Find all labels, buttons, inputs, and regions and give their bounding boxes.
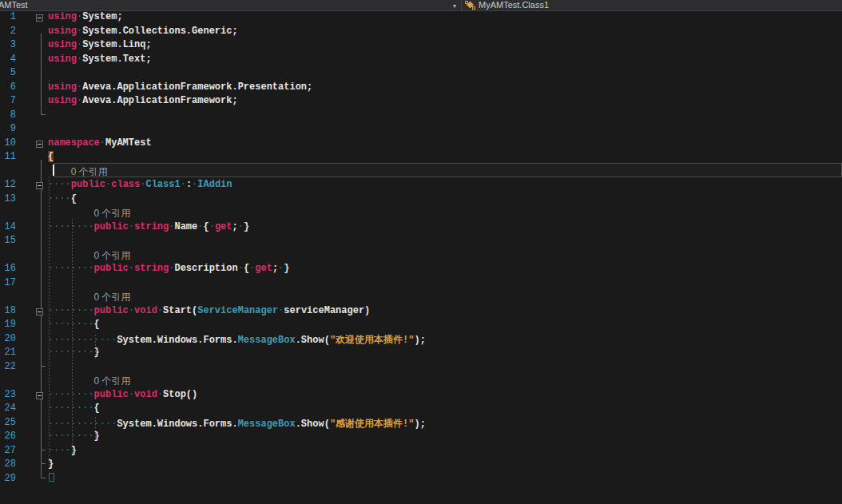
code-line-text bbox=[46, 277, 842, 292]
code-line-text: using·Aveva.ApplicationFramework; bbox=[46, 95, 842, 109]
line-number[interactable]: 9 bbox=[0, 123, 16, 137]
code-line: 18········public·void·Start(ServiceManag… bbox=[0, 305, 842, 319]
fold-margin bbox=[16, 473, 46, 487]
line-number[interactable]: 20 bbox=[0, 333, 16, 347]
fold-margin bbox=[16, 151, 46, 165]
code-line: 2using·System.Collections.Generic; bbox=[0, 26, 842, 40]
project-dropdown[interactable]: AMTest ▾ bbox=[0, 0, 461, 10]
fold-margin bbox=[16, 193, 46, 208]
fold-collapse-button[interactable] bbox=[36, 308, 43, 315]
line-number[interactable]: 1 bbox=[0, 11, 16, 26]
code-line: 17 bbox=[0, 277, 842, 292]
line-number[interactable]: 25 bbox=[0, 417, 16, 431]
fold-margin bbox=[16, 431, 46, 445]
fold-margin bbox=[16, 403, 46, 417]
fold-collapse-button[interactable] bbox=[36, 14, 43, 22]
codelens-row: 0 个引用 bbox=[0, 249, 842, 264]
line-number[interactable]: 2 bbox=[0, 26, 16, 40]
codelens-references[interactable]: 0 个引用 bbox=[46, 375, 842, 389]
fold-margin bbox=[16, 249, 46, 264]
fold-margin bbox=[16, 375, 46, 389]
code-line: 28} bbox=[0, 458, 842, 473]
fold-margin bbox=[16, 95, 46, 109]
code-line: 21········} bbox=[0, 347, 842, 361]
line-number[interactable]: 10 bbox=[0, 137, 16, 152]
fold-margin bbox=[16, 123, 46, 137]
code-line-text: ········public·void·Start(ServiceManager… bbox=[46, 305, 842, 319]
fold-margin bbox=[16, 361, 46, 375]
line-number[interactable]: 14 bbox=[0, 221, 16, 236]
line-number[interactable]: 15 bbox=[0, 235, 16, 249]
line-number[interactable]: 12 bbox=[0, 179, 16, 193]
fold-margin bbox=[16, 54, 46, 68]
line-number bbox=[0, 291, 16, 305]
chevron-down-icon[interactable]: ▾ bbox=[453, 1, 456, 11]
line-number[interactable]: 28 bbox=[0, 458, 16, 473]
code-line: 25············System.Windows.Forms.Messa… bbox=[0, 417, 842, 431]
code-line-text: using·Aveva.ApplicationFramework.Present… bbox=[46, 81, 842, 96]
code-line: 26········} bbox=[0, 431, 842, 445]
code-line: 22 bbox=[0, 361, 842, 375]
codelens-references[interactable]: 0 个引用 bbox=[46, 165, 842, 180]
code-line: 16········public·string·Description·{·ge… bbox=[0, 263, 842, 277]
fold-margin bbox=[16, 221, 46, 236]
fold-margin bbox=[16, 26, 46, 40]
line-number[interactable]: 18 bbox=[0, 305, 16, 319]
line-number[interactable]: 22 bbox=[0, 361, 16, 375]
code-line-text: ········} bbox=[46, 347, 842, 361]
line-number[interactable]: 17 bbox=[0, 277, 16, 292]
code-line-text bbox=[46, 473, 842, 487]
fold-margin bbox=[16, 11, 46, 26]
line-number[interactable]: 11 bbox=[0, 151, 16, 165]
code-line: 3using·System.Linq; bbox=[0, 39, 842, 54]
line-number[interactable]: 21 bbox=[0, 347, 16, 361]
fold-margin bbox=[16, 179, 46, 193]
code-line: 4using·System.Text; bbox=[0, 54, 842, 68]
fold-collapse-button[interactable] bbox=[36, 392, 43, 399]
editor-pane[interactable]: 1using·System;2using·System.Collections.… bbox=[0, 11, 842, 504]
fold-collapse-button[interactable] bbox=[36, 182, 43, 189]
fold-margin bbox=[16, 39, 46, 54]
line-number bbox=[0, 165, 16, 180]
member-dropdown[interactable]: MyAMTest.Class1 bbox=[462, 0, 842, 10]
code-line: 15 bbox=[0, 235, 842, 249]
code-line: 6using·Aveva.ApplicationFramework.Presen… bbox=[0, 81, 842, 96]
line-number[interactable]: 19 bbox=[0, 319, 16, 333]
fold-margin bbox=[16, 333, 46, 347]
code-line: 23········public·void·Stop() bbox=[0, 389, 842, 403]
class-icon bbox=[465, 1, 475, 10]
line-number[interactable]: 27 bbox=[0, 445, 16, 459]
code-line: 5 bbox=[0, 67, 842, 81]
code-line-text: { bbox=[46, 151, 842, 165]
code-line: 27····} bbox=[0, 445, 842, 459]
fold-margin bbox=[16, 109, 46, 124]
line-number[interactable]: 8 bbox=[0, 109, 16, 124]
line-number[interactable]: 26 bbox=[0, 431, 16, 445]
line-number[interactable]: 23 bbox=[0, 389, 16, 403]
codelens-row: 0 个引用 bbox=[0, 207, 842, 221]
code-rows: 1using·System;2using·System.Collections.… bbox=[0, 11, 842, 486]
codelens-row: 0 个引用 bbox=[0, 291, 842, 305]
line-number[interactable]: 5 bbox=[0, 67, 16, 81]
fold-margin bbox=[16, 347, 46, 361]
fold-margin bbox=[16, 235, 46, 249]
codelens-references[interactable]: 0 个引用 bbox=[46, 207, 842, 221]
line-number bbox=[0, 375, 16, 389]
line-number[interactable]: 24 bbox=[0, 403, 16, 417]
fold-margin bbox=[16, 137, 46, 152]
line-number[interactable]: 3 bbox=[0, 39, 16, 54]
fold-collapse-button[interactable] bbox=[36, 141, 43, 148]
code-line-text: ····} bbox=[46, 445, 842, 459]
line-number[interactable]: 4 bbox=[0, 54, 16, 68]
fold-margin bbox=[16, 207, 46, 221]
line-number[interactable]: 29 bbox=[0, 473, 16, 487]
line-number[interactable]: 6 bbox=[0, 81, 16, 96]
line-number[interactable]: 16 bbox=[0, 263, 16, 277]
fold-margin bbox=[16, 67, 46, 81]
line-number[interactable]: 13 bbox=[0, 193, 16, 208]
fold-margin bbox=[16, 445, 46, 459]
codelens-references[interactable]: 0 个引用 bbox=[46, 249, 842, 264]
codelens-references[interactable]: 0 个引用 bbox=[46, 291, 842, 305]
line-number[interactable]: 7 bbox=[0, 95, 16, 109]
code-line-text: ········} bbox=[46, 431, 842, 445]
